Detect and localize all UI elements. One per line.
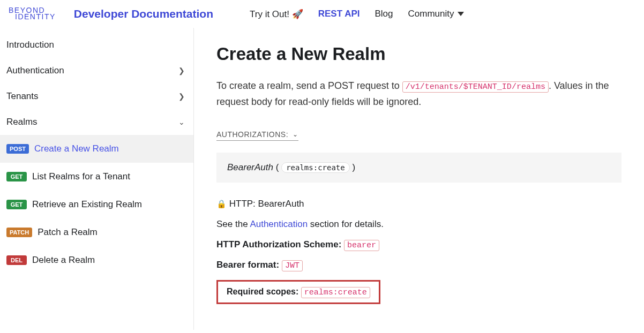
- sidebar-sub-create-realm[interactable]: POST Create a New Realm: [0, 135, 193, 163]
- chevron-right-icon: ❯: [178, 92, 185, 101]
- method-badge-post: POST: [6, 144, 29, 154]
- http-scheme-value: bearer: [344, 240, 379, 251]
- caret-down-icon: [458, 12, 464, 16]
- sidebar-sub-label: List Realms for a Tenant: [32, 171, 130, 182]
- sidebar-sub-label: Delete a Realm: [32, 255, 95, 266]
- sidebar-item-tenants[interactable]: Tenants ❯: [0, 84, 193, 109]
- see-auth-row: See the Authentication section for detai…: [216, 219, 621, 230]
- section-label: AUTHORIZATIONS:: [216, 130, 288, 139]
- required-scopes-label: Required scopes:: [227, 287, 298, 296]
- method-badge-del: DEL: [6, 255, 27, 265]
- nav-community[interactable]: Community: [408, 9, 464, 19]
- content-area: Create a New Realm To create a realm, se…: [194, 28, 644, 330]
- method-badge-patch: PATCH: [6, 228, 32, 237]
- bearer-format-value: JWT: [282, 260, 303, 271]
- page-title: Create a New Realm: [216, 44, 621, 64]
- sidebar-sub-delete-realm[interactable]: DEL Delete a Realm: [0, 246, 193, 274]
- bearer-format-row: Bearer format: JWT: [216, 260, 621, 270]
- sidebar-item-realms[interactable]: Realms ⌄: [0, 109, 193, 135]
- nav-rest-api[interactable]: REST API: [318, 9, 360, 19]
- auth-summary-box: BearerAuth ( realms:create ): [216, 153, 621, 183]
- scope-pill: realms:create: [281, 162, 350, 173]
- logo[interactable]: BEYOND IDENTITY: [9, 7, 59, 20]
- required-scopes-value: realms:create: [301, 287, 370, 298]
- sidebar-item-introduction[interactable]: Introduction: [0, 32, 193, 58]
- sidebar-label: Introduction: [6, 40, 54, 50]
- http-scheme-label: HTTP Authorization Scheme:: [216, 239, 341, 249]
- method-badge-get: GET: [6, 200, 27, 209]
- top-nav: BEYOND IDENTITY Developer Documentation …: [0, 0, 644, 28]
- sidebar-item-authentication[interactable]: Authentication ❯: [0, 58, 193, 84]
- nav-community-label: Community: [408, 9, 454, 19]
- sidebar-sub-label: Create a New Realm: [34, 143, 119, 154]
- sidebar-sub-list-realms[interactable]: GET List Realms for a Tenant: [0, 163, 193, 191]
- bearer-format-label: Bearer format:: [216, 260, 279, 270]
- sidebar-sub-label: Retrieve an Existing Realm: [32, 199, 142, 210]
- sidebar-label: Realms: [6, 117, 38, 127]
- chevron-down-icon: ⌄: [293, 131, 298, 138]
- chevron-right-icon: ❯: [178, 66, 185, 75]
- endpoint-code: /v1/tenants/$TENANT_ID/realms: [402, 81, 549, 93]
- bearer-auth-label: BearerAuth: [227, 162, 273, 172]
- sidebar-sub-patch-realm[interactable]: PATCH Patch a Realm: [0, 218, 193, 246]
- sidebar-sub-label: Patch a Realm: [38, 227, 98, 238]
- doc-title[interactable]: Developer Documentation: [74, 7, 213, 20]
- logo-line2: IDENTITY: [9, 14, 56, 20]
- sidebar-label: Authentication: [6, 65, 64, 76]
- nav-blog[interactable]: Blog: [375, 9, 393, 19]
- authentication-link[interactable]: Authentication: [250, 219, 308, 229]
- chevron-down-icon: ⌄: [178, 118, 185, 126]
- nav-try-it-out[interactable]: Try it Out! 🚀: [250, 9, 303, 20]
- method-badge-get: GET: [6, 172, 27, 181]
- authorizations-toggle[interactable]: AUTHORIZATIONS: ⌄: [216, 130, 298, 141]
- desc-text-1: To create a realm, send a POST request t…: [216, 80, 402, 91]
- http-bearer-text: HTTP: BearerAuth: [229, 199, 304, 209]
- description: To create a realm, send a POST request t…: [216, 78, 621, 110]
- sidebar-label: Tenants: [6, 91, 39, 102]
- lock-icon: 🔒: [216, 199, 227, 208]
- http-bearer-row: 🔒 HTTP: BearerAuth: [216, 199, 621, 209]
- required-scopes-highlight: Required scopes: realms:create: [216, 280, 380, 304]
- see-text-2: section for details.: [308, 219, 384, 229]
- sidebar: Introduction Authentication ❯ Tenants ❯ …: [0, 28, 194, 330]
- http-scheme-row: HTTP Authorization Scheme: bearer: [216, 239, 621, 250]
- see-text: See the: [216, 219, 250, 229]
- sidebar-sub-retrieve-realm[interactable]: GET Retrieve an Existing Realm: [0, 191, 193, 218]
